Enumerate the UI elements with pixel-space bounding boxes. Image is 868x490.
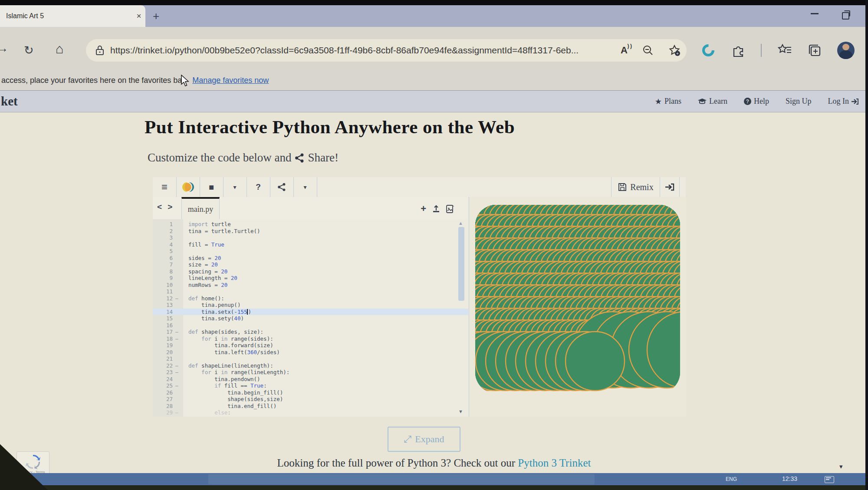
windows-taskbar[interactable]: ENG 12:33 [0,473,868,485]
code-toggle-icon[interactable]: < > [157,202,174,212]
line-number: 8 [153,268,173,275]
line-number: 11 [153,288,173,295]
extensions-puzzle-icon[interactable] [731,43,745,57]
scrollbar-thumb[interactable] [458,227,464,301]
nav-item-log-in[interactable]: Log In [828,97,859,106]
tab-close-icon[interactable]: × [132,11,145,21]
code-line-20[interactable]: 20 tina.left(360/sides) [153,349,468,356]
toolbar-divider [761,44,762,57]
scroll-up-icon[interactable]: ▲ [458,220,463,226]
collections-icon[interactable] [808,43,822,57]
code-line-21[interactable]: 21 [153,355,468,362]
code-line-7[interactable]: 7size = 20 [153,261,468,268]
fold-marker-icon[interactable]: – [175,329,178,335]
code-line-25[interactable]: 25– if fill == True: [153,382,468,389]
manage-favorites-link[interactable]: Manage favorites now [192,76,269,85]
file-tab-mainpy[interactable]: main.py [181,197,220,220]
fold-marker-icon[interactable]: – [175,295,178,302]
image-icon[interactable] [446,205,454,213]
code-line-27[interactable]: 27 shape(sides,size) [153,396,468,403]
favorites-message: access, place your favorites here on the… [1,76,186,85]
nav-item-sign-up[interactable]: Sign Up [786,97,812,106]
code-line-28[interactable]: 28 tina.end_fill() [153,403,468,410]
open-fullscreen-button[interactable] [660,177,680,197]
code-line-22[interactable]: 22–def shapeLine(lineLength): [153,362,468,369]
nav-item-learn[interactable]: Learn [698,97,727,106]
share-button[interactable] [270,177,294,197]
window-restore-button[interactable] [842,12,849,20]
fold-marker-icon[interactable]: – [175,362,178,369]
scroll-bottom-caret-icon[interactable]: ▾ [839,463,843,470]
run-button[interactable] [176,177,200,197]
modules-dropdown[interactable]: ▾ [223,177,247,197]
footer-text: Looking for the full power of Python 3? … [0,457,868,469]
fold-marker-icon[interactable]: – [175,335,178,342]
code-text: else: [188,409,231,416]
nav-item-plans[interactable]: ★Plans [655,97,681,106]
upload-icon[interactable] [432,205,440,213]
more-dropdown[interactable]: ▾ [293,177,317,197]
code-line-9[interactable]: 9lineLength = 20 [153,275,468,282]
code-line-5[interactable]: 5 [153,248,468,255]
code-line-26[interactable]: 26 tina.begin_fill() [153,389,468,396]
add-file-icon[interactable]: + [421,203,426,214]
scroll-down-icon[interactable]: ▼ [458,409,463,414]
code-text: lineLength = 20 [188,275,237,282]
menu-button[interactable]: ≡ [153,177,177,197]
code-line-23[interactable]: 23– for i in range(lineLength): [153,369,468,376]
expand-button[interactable]: ⤢ Expand [388,427,460,452]
fold-marker-icon[interactable]: – [175,369,178,376]
code-text: def shape(sides, size): [188,329,263,335]
bezel-bottom [0,485,868,490]
python3-trinket-link[interactable]: Python 3 Trinket [518,457,591,469]
code-line-12[interactable]: 12–def home(): [153,295,468,302]
code-line-14[interactable]: 14 tina.setx(-155) [153,309,468,316]
line-number: 2 [153,228,173,235]
code-line-3[interactable]: 3 [153,234,468,241]
fold-marker-icon[interactable]: – [175,382,178,389]
favorite-star-icon[interactable]: + [668,44,681,56]
taskbar-tray-icon[interactable] [825,476,834,483]
forward-icon[interactable]: → [0,42,8,55]
favorites-list-icon[interactable] [777,44,792,57]
taskbar-app-zone[interactable] [208,474,595,484]
url-text[interactable]: https://trinket.io/python/00b9be52e0?cla… [110,45,579,56]
code-line-2[interactable]: 2tina = turtle.Turtle() [153,228,468,235]
code-line-29[interactable]: 29– else: [153,409,468,416]
line-number: 14 [153,309,173,316]
fold-marker-icon[interactable]: – [175,409,178,416]
code-line-4[interactable]: 4fill = True [153,241,468,248]
code-line-17[interactable]: 17–def shape(sides, size): [153,329,468,335]
nav-item-help[interactable]: ?Help [744,97,769,106]
help-button[interactable]: ? [247,177,270,197]
code-line-24[interactable]: 24 tina.pendown() [153,376,468,383]
refresh-icon[interactable]: ↻ [24,43,34,57]
trinket-logo-partial[interactable]: ket [1,94,18,109]
code-editor[interactable]: 1import turtle2tina = turtle.Turtle()34f… [153,219,468,417]
home-icon[interactable]: ⌂ [56,41,64,57]
code-line-10[interactable]: 10numRows = 20 [153,282,468,289]
browser-tab[interactable]: Islamic Art 5 × [0,5,145,27]
stop-button[interactable]: ■ [200,177,224,197]
code-line-6[interactable]: 6sides = 20 [153,255,468,262]
code-line-1[interactable]: 1import turtle [153,221,468,228]
floppy-icon [618,183,627,191]
code-scrollbar[interactable]: ▲ ▼ [457,219,467,417]
new-tab-button[interactable]: + [153,10,159,23]
remix-button[interactable]: Remix [611,177,660,197]
zoom-out-icon[interactable] [642,45,654,56]
code-line-11[interactable]: 11 [153,288,468,295]
url-bar[interactable]: https://trinket.io/python/00b9be52e0?cla… [86,39,687,62]
read-aloud-icon[interactable]: A) ) [621,45,628,56]
profile-avatar[interactable] [837,42,855,59]
code-line-15[interactable]: 15 tina.sety(40) [153,315,468,322]
code-line-18[interactable]: 18– for i in range(sides): [153,335,468,342]
code-line-19[interactable]: 19 tina.forward(size) [153,342,468,349]
code-line-13[interactable]: 13 tina.penup() [153,302,468,309]
code-line-8[interactable]: 8spacing = 20 [153,268,468,275]
window-minimize-button[interactable] [811,13,819,14]
loop-icon[interactable] [701,43,716,58]
taskbar-clock[interactable]: 12:33 [782,475,797,482]
taskbar-language[interactable]: ENG [726,476,737,482]
code-line-16[interactable]: 16 [153,322,468,329]
